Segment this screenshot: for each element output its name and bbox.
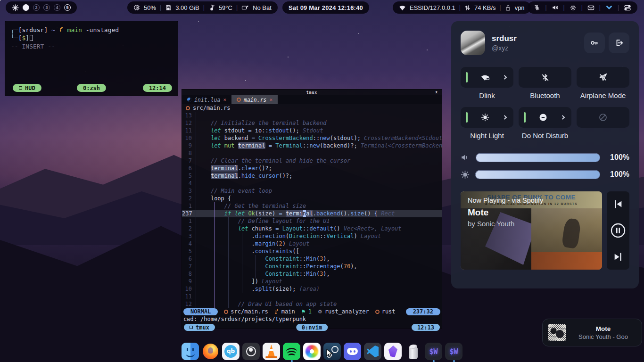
dock-photos[interactable] xyxy=(303,343,321,360)
toggle-label: Night Light xyxy=(461,132,513,141)
brightness-slider[interactable] xyxy=(475,170,600,179)
rust-icon xyxy=(186,106,190,110)
tab-close-icon[interactable]: × xyxy=(223,97,226,103)
quick-toggles: Dlink Bluetooth Airplane Mode xyxy=(461,67,629,141)
volume-slider[interactable] xyxy=(476,153,600,162)
volume-icon[interactable] xyxy=(552,4,559,11)
code-line[interactable]: 6 Constraint::Min(3), xyxy=(182,255,442,263)
workspace-1-active[interactable] xyxy=(23,4,29,11)
code-line[interactable]: 5 .constraints([ xyxy=(182,247,442,255)
settings-gear-icon[interactable] xyxy=(570,4,577,11)
code-line[interactable]: 11 let stdout = io::stdout(); Stdout xyxy=(182,127,442,134)
dock-file-manager[interactable] xyxy=(182,343,199,360)
code-area[interactable]: 1312 // Initialize the terminal backend1… xyxy=(182,112,442,308)
now-playing-caption: Now Playing - via Spotify xyxy=(468,197,543,204)
dock-discord[interactable] xyxy=(344,343,361,360)
code-line[interactable]: 5 terminal.hide_cursor()?; xyxy=(182,172,442,180)
topbar-clock[interactable]: Sat 09 Mar 2024 12:16:40 xyxy=(282,1,369,14)
logo-icon[interactable] xyxy=(12,4,19,11)
terminal-window[interactable]: ┌─[srdusr] ~ main -unstaged └─[$] -- INS… xyxy=(5,21,178,96)
code-line[interactable]: 12 // Initialize the terminal backend xyxy=(182,119,442,127)
active-indicator xyxy=(524,112,526,123)
dock-spotify[interactable] xyxy=(283,343,300,360)
code-line[interactable]: 7 Constraint::Percentage(70), xyxy=(182,263,442,270)
toggle-wifi-dlink[interactable] xyxy=(461,67,513,88)
code-line[interactable]: 12 // Draw UI based on app state xyxy=(182,300,442,308)
tmux-window-badge[interactable]: 0:nvim xyxy=(296,324,328,331)
git-branch-icon xyxy=(274,309,279,314)
tmux-session-badge[interactable]: HUD xyxy=(13,84,41,92)
dock-trash[interactable] xyxy=(405,343,422,360)
divider: | xyxy=(581,4,583,11)
dock-wezterm-1[interactable]: $W xyxy=(425,343,442,360)
toggle-label: Dlink xyxy=(461,91,513,101)
workspace-5-occupied[interactable]: 5 xyxy=(64,4,71,11)
code-line[interactable]: 11 xyxy=(182,293,442,300)
chevron-right-icon[interactable] xyxy=(503,115,508,120)
tab-close-icon[interactable]: × xyxy=(269,97,272,103)
mail-icon[interactable] xyxy=(587,4,594,11)
toggle-disabled[interactable] xyxy=(577,107,629,128)
toggle-do-not-disturb[interactable] xyxy=(519,107,571,128)
code-line[interactable]: 9 let mut terminal = Terminal::new(backe… xyxy=(182,142,442,149)
dock-obsidian[interactable] xyxy=(384,343,402,360)
line-number: 5 xyxy=(182,172,196,180)
statusline: NORMAL src/main.rs main ⚑1 ⚙rust_analyze… xyxy=(182,308,442,315)
previous-track-button[interactable] xyxy=(613,199,623,209)
toggle-label: Do Not Disturb xyxy=(519,132,571,141)
network-traffic-icon xyxy=(464,5,471,11)
code-line-current[interactable]: 237 if let Ok(size) = terminal.backend()… xyxy=(182,210,442,217)
toggle-bluetooth[interactable] xyxy=(519,67,571,88)
workspace-3[interactable]: 3 xyxy=(43,4,50,11)
notification-now-playing[interactable]: Mote Sonic Youth - Goo xyxy=(542,319,642,346)
toggle-night-light[interactable] xyxy=(461,107,513,128)
chevron-right-icon[interactable] xyxy=(503,74,508,80)
code-line[interactable]: 9 ]) Layout xyxy=(182,278,442,285)
code-line[interactable]: 3 .direction(Direction::Vertical) Layout xyxy=(182,232,442,240)
toggle-label: Bluetooth xyxy=(519,91,571,101)
tab-init-lua[interactable]: init.lua × xyxy=(182,95,231,104)
editor-window[interactable]: tmux x init.lua × main.rs × src/main.rs … xyxy=(182,89,442,329)
dock-vscode[interactable] xyxy=(364,343,381,360)
dock-wezterm-2[interactable]: $W xyxy=(445,343,462,360)
tab-main-rs[interactable]: main.rs × xyxy=(231,95,278,104)
code-line[interactable]: 8 Constraint::Min(3), xyxy=(182,270,442,278)
pause-button[interactable] xyxy=(610,222,626,239)
workspace-2[interactable]: 2 xyxy=(33,4,40,11)
code-line[interactable]: 1 // Get the terminal size xyxy=(182,202,442,210)
divider: | xyxy=(563,4,565,11)
code-line[interactable]: 2 loop { xyxy=(182,195,442,202)
tmux-session-badge[interactable]: tmux xyxy=(184,324,215,331)
code-line[interactable]: 10 .split(size); (area) xyxy=(182,285,442,293)
dock-qbittorrent[interactable] xyxy=(222,343,239,360)
line-number: 6 xyxy=(182,165,196,172)
code-line[interactable]: 4 .margin(2) Layout xyxy=(182,240,442,247)
code-line[interactable]: 8 xyxy=(182,149,442,157)
code-line[interactable]: 1 // Define layout for the UI xyxy=(182,217,442,225)
code-line[interactable]: 4 xyxy=(182,180,442,187)
code-line[interactable]: 10 let backend = CrosstermBackend::new(s… xyxy=(182,134,442,142)
code-line[interactable]: 2 let chunks = Layout::default() Vec<Rec… xyxy=(182,225,442,232)
window-close-button[interactable]: x xyxy=(435,90,438,94)
code-line[interactable]: 13 xyxy=(182,112,442,119)
dock-firefox[interactable] xyxy=(202,343,219,360)
toggle-airplane-mode[interactable] xyxy=(577,67,629,88)
winbar-path: src/main.rs xyxy=(193,105,230,111)
chevron-down-icon[interactable] xyxy=(605,4,613,11)
line-number: 10 xyxy=(182,134,196,142)
logout-button[interactable] xyxy=(609,33,629,53)
toggles-icon[interactable] xyxy=(624,4,631,11)
code-line[interactable]: 6 terminal.clear()?; xyxy=(182,165,442,172)
code-line[interactable]: 3 // Main event loop xyxy=(182,187,442,195)
dock-obs[interactable] xyxy=(242,343,260,360)
next-track-button[interactable] xyxy=(613,252,623,262)
cpu-value: 50% xyxy=(144,4,156,11)
lock-keys-button[interactable] xyxy=(584,33,605,53)
microphone-muted-icon[interactable] xyxy=(534,4,540,11)
code-line[interactable]: 7 // Clear the terminal and hide the cur… xyxy=(182,157,442,165)
dock-vlc[interactable] xyxy=(263,343,280,360)
workspace-4[interactable]: 4 xyxy=(54,4,60,11)
chevron-right-icon[interactable] xyxy=(561,115,566,120)
tmux-window-badge[interactable]: 0:zsh xyxy=(77,84,106,92)
statusline-lsp: ⚙rust_analyzer xyxy=(318,308,369,315)
